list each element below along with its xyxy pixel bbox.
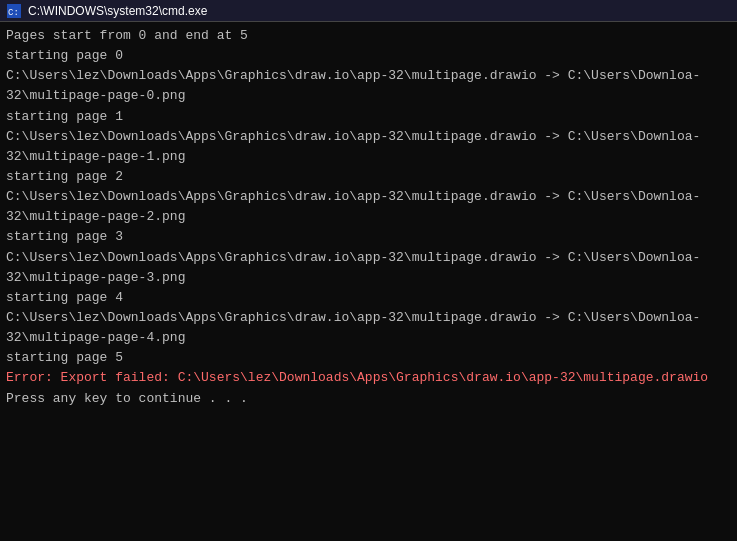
output-line: starting page 5 [6, 348, 731, 368]
output-line: 32\multipage-page-1.png [6, 147, 731, 167]
console-body: Pages start from 0 and end at 5starting … [0, 22, 737, 541]
output-line: C:\Users\lez\Downloads\Apps\Graphics\dra… [6, 248, 731, 268]
output-line: 32\multipage-page-2.png [6, 207, 731, 227]
title-bar-text: C:\WINDOWS\system32\cmd.exe [28, 4, 207, 18]
output-line: starting page 3 [6, 227, 731, 247]
output-line: C:\Users\lez\Downloads\Apps\Graphics\dra… [6, 66, 731, 86]
title-bar: C: C:\WINDOWS\system32\cmd.exe [0, 0, 737, 22]
output-line: starting page 4 [6, 288, 731, 308]
output-line: starting page 0 [6, 46, 731, 66]
output-line: starting page 1 [6, 107, 731, 127]
output-line: C:\Users\lez\Downloads\Apps\Graphics\dra… [6, 187, 731, 207]
output-line: C:\Users\lez\Downloads\Apps\Graphics\dra… [6, 127, 731, 147]
output-line: Press any key to continue . . . [6, 389, 731, 409]
output-line: Pages start from 0 and end at 5 [6, 26, 731, 46]
error-line: Error: Export failed: C:\Users\lez\Downl… [6, 368, 731, 388]
output-line: 32\multipage-page-0.png [6, 86, 731, 106]
svg-text:C:: C: [8, 8, 19, 18]
output-line: starting page 2 [6, 167, 731, 187]
output-line: C:\Users\lez\Downloads\Apps\Graphics\dra… [6, 308, 731, 328]
output-line: 32\multipage-page-4.png [6, 328, 731, 348]
cmd-icon: C: [6, 3, 22, 19]
output-line: 32\multipage-page-3.png [6, 268, 731, 288]
